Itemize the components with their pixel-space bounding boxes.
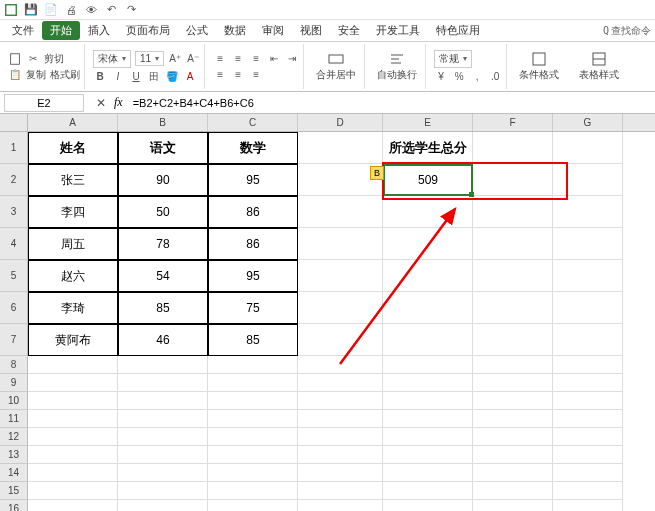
tab-security[interactable]: 安全 — [330, 23, 368, 38]
align-left-icon[interactable]: ≡ — [213, 68, 227, 82]
cell-g3[interactable] — [553, 196, 623, 228]
command-search[interactable]: Q 查找命令 — [603, 24, 651, 38]
cell-b4[interactable]: 78 — [118, 228, 208, 260]
cell-a2[interactable]: 张三 — [28, 164, 118, 196]
col-header-d[interactable]: D — [298, 114, 383, 131]
borders-button[interactable]: 田 — [147, 70, 161, 84]
cell-b1[interactable]: 语文 — [118, 132, 208, 164]
font-color-icon[interactable]: A — [183, 70, 197, 84]
align-center-icon[interactable]: ≡ — [231, 68, 245, 82]
cell-f3[interactable] — [473, 196, 553, 228]
cell-d7[interactable] — [298, 324, 383, 356]
currency-icon[interactable]: ¥ — [434, 70, 448, 84]
cell-g4[interactable] — [553, 228, 623, 260]
wrap-text-button[interactable]: 自动换行 — [373, 51, 421, 82]
fx-icon[interactable]: fx — [114, 95, 123, 110]
merge-center-button[interactable]: 合并居中 — [312, 51, 360, 82]
cell-f6[interactable] — [473, 292, 553, 324]
cell-e5[interactable] — [383, 260, 473, 292]
cell-d3[interactable] — [298, 196, 383, 228]
cell-c2[interactable]: 95 — [208, 164, 298, 196]
row-header-5[interactable]: 5 — [0, 260, 28, 292]
cell-a6[interactable]: 李琦 — [28, 292, 118, 324]
tab-developer[interactable]: 开发工具 — [368, 23, 428, 38]
cell-d4[interactable] — [298, 228, 383, 260]
cancel-icon[interactable]: ✕ — [94, 96, 108, 110]
cell-e7[interactable] — [383, 324, 473, 356]
cut-icon[interactable]: ✂ — [26, 52, 40, 66]
cell-b6[interactable]: 85 — [118, 292, 208, 324]
cell-e3[interactable] — [383, 196, 473, 228]
bold-button[interactable]: B — [93, 70, 107, 84]
align-top-icon[interactable]: ≡ — [213, 52, 227, 66]
comma-icon[interactable]: , — [470, 70, 484, 84]
cell-g1[interactable] — [553, 132, 623, 164]
cell-b3[interactable]: 50 — [118, 196, 208, 228]
col-header-e[interactable]: E — [383, 114, 473, 131]
cell-e4[interactable] — [383, 228, 473, 260]
col-header-a[interactable]: A — [28, 114, 118, 131]
cell-g5[interactable] — [553, 260, 623, 292]
cell-c7[interactable]: 85 — [208, 324, 298, 356]
cell-a5[interactable]: 赵六 — [28, 260, 118, 292]
font-shrink-icon[interactable]: A⁻ — [186, 52, 200, 66]
row-header-4[interactable]: 4 — [0, 228, 28, 260]
font-name-dropdown[interactable]: 宋体▾ — [93, 50, 131, 68]
row-header-2[interactable]: 2 — [0, 164, 28, 196]
redo-icon[interactable]: ↷ — [124, 3, 138, 17]
cell-f5[interactable] — [473, 260, 553, 292]
cell-d1[interactable] — [298, 132, 383, 164]
doc-icon[interactable]: 📄 — [44, 3, 58, 17]
paste-options-icon[interactable]: B — [370, 166, 384, 180]
row-header-7[interactable]: 7 — [0, 324, 28, 356]
fill-color-icon[interactable]: 🪣 — [165, 70, 179, 84]
cell-f1[interactable] — [473, 132, 553, 164]
tab-insert[interactable]: 插入 — [80, 23, 118, 38]
tab-data[interactable]: 数据 — [216, 23, 254, 38]
row-header-6[interactable]: 6 — [0, 292, 28, 324]
paste-icon[interactable] — [8, 52, 22, 66]
tab-review[interactable]: 审阅 — [254, 23, 292, 38]
col-header-g[interactable]: G — [553, 114, 623, 131]
cell-e1[interactable]: 所选学生总分 — [383, 132, 473, 164]
conditional-format-button[interactable]: 条件格式 — [515, 51, 563, 82]
cell-a1[interactable]: 姓名 — [28, 132, 118, 164]
percent-icon[interactable]: % — [452, 70, 466, 84]
italic-button[interactable]: I — [111, 70, 125, 84]
format-painter-label[interactable]: 格式刷 — [50, 68, 80, 82]
tab-view[interactable]: 视图 — [292, 23, 330, 38]
name-box[interactable]: E2 — [4, 94, 84, 112]
font-size-dropdown[interactable]: 11▾ — [135, 51, 164, 66]
cell-a3[interactable]: 李四 — [28, 196, 118, 228]
col-header-f[interactable]: F — [473, 114, 553, 131]
cell-b2[interactable]: 90 — [118, 164, 208, 196]
undo-icon[interactable]: ↶ — [104, 3, 118, 17]
underline-button[interactable]: U — [129, 70, 143, 84]
cell-c4[interactable]: 86 — [208, 228, 298, 260]
row-header-3[interactable]: 3 — [0, 196, 28, 228]
tab-formula[interactable]: 公式 — [178, 23, 216, 38]
cell-c6[interactable]: 75 — [208, 292, 298, 324]
tab-special[interactable]: 特色应用 — [428, 23, 488, 38]
select-all-corner[interactable] — [0, 114, 28, 131]
cell-g6[interactable] — [553, 292, 623, 324]
indent-inc-icon[interactable]: ⇥ — [285, 52, 299, 66]
cell-f7[interactable] — [473, 324, 553, 356]
dec-inc-icon[interactable]: .0 — [488, 70, 502, 84]
align-bot-icon[interactable]: ≡ — [249, 52, 263, 66]
copy-icon[interactable]: 📋 — [8, 68, 22, 82]
cell-e2-selected[interactable]: 509 — [383, 164, 473, 196]
formula-input[interactable] — [129, 97, 655, 109]
font-grow-icon[interactable]: A⁺ — [168, 52, 182, 66]
cell-d5[interactable] — [298, 260, 383, 292]
cell-c3[interactable]: 86 — [208, 196, 298, 228]
tab-file[interactable]: 文件 — [4, 23, 42, 38]
cell-b5[interactable]: 54 — [118, 260, 208, 292]
print-icon[interactable]: 🖨 — [64, 3, 78, 17]
cell-a4[interactable]: 周五 — [28, 228, 118, 260]
tab-layout[interactable]: 页面布局 — [118, 23, 178, 38]
spreadsheet-grid[interactable]: A B C D E F G 1 姓名 语文 数学 所选学生总分 2 张三 90 … — [0, 114, 655, 511]
align-right-icon[interactable]: ≡ — [249, 68, 263, 82]
cell-b7[interactable]: 46 — [118, 324, 208, 356]
save-icon[interactable]: 💾 — [24, 3, 38, 17]
